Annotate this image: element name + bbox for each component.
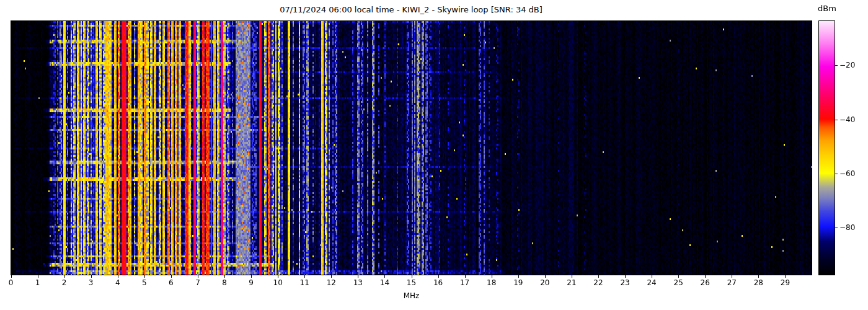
x-tick-label: 4 (115, 279, 120, 287)
x-tick-mark (732, 275, 732, 278)
waterfall-figure: 07/11/2024 06:00 local time - KIWI_2 - S… (0, 0, 868, 310)
x-tick-mark (758, 275, 759, 278)
x-tick-mark (678, 275, 679, 278)
x-tick-mark (518, 275, 519, 278)
x-tick-mark (572, 275, 572, 278)
x-tick-label: 3 (89, 279, 94, 287)
x-tick-mark (358, 275, 358, 278)
x-tick-mark (652, 275, 652, 278)
x-tick-label: 26 (701, 279, 710, 287)
x-tick-label: 1 (35, 279, 40, 287)
x-tick-mark (304, 275, 305, 278)
x-tick-label: 13 (353, 279, 363, 287)
x-tick-label: 12 (327, 279, 336, 287)
x-tick-mark (171, 275, 172, 278)
colorbar-label: dBm (808, 4, 846, 14)
colorbar-tick-label: −60 (839, 170, 855, 178)
x-tick-mark (384, 275, 385, 278)
waterfall-heatmap (11, 21, 812, 275)
chart-title: 07/11/2024 06:00 local time - KIWI_2 - S… (11, 5, 812, 15)
x-tick-mark (412, 275, 412, 278)
x-tick-mark (625, 275, 626, 278)
x-tick-mark (144, 275, 145, 278)
x-tick-label: 24 (647, 279, 656, 287)
x-tick-label: 28 (754, 279, 763, 287)
x-tick-mark (438, 275, 439, 278)
colorbar-tick-mark (835, 120, 838, 120)
x-tick-label: 22 (593, 279, 603, 287)
x-tick-mark (545, 275, 546, 278)
x-tick-label: 14 (380, 279, 389, 287)
x-tick-label: 11 (300, 279, 309, 287)
x-tick-label: 0 (9, 279, 14, 287)
x-tick-mark (38, 275, 38, 278)
x-tick-mark (224, 275, 225, 278)
x-tick-mark (278, 275, 278, 278)
x-tick-label: 8 (222, 279, 227, 287)
colorbar-tick-label: −40 (839, 115, 855, 123)
x-tick-label: 20 (540, 279, 549, 287)
colorbar (818, 20, 835, 275)
x-tick-mark (492, 275, 492, 278)
x-tick-mark (785, 275, 786, 278)
x-tick-label: 17 (460, 279, 469, 287)
x-tick-label: 23 (620, 279, 629, 287)
x-tick-label: 25 (674, 279, 683, 287)
x-tick-label: 7 (195, 279, 200, 287)
x-tick-mark (251, 275, 252, 278)
x-tick-label: 18 (487, 279, 496, 287)
x-tick-mark (91, 275, 92, 278)
x-tick-mark (118, 275, 118, 278)
x-tick-mark (465, 275, 466, 278)
colorbar-tick-label: −80 (839, 224, 855, 232)
plot-area (11, 20, 812, 275)
x-tick-label: 2 (62, 279, 67, 287)
x-tick-mark (198, 275, 198, 278)
colorbar-tick-label: −20 (839, 61, 855, 69)
x-tick-label: 5 (142, 279, 147, 287)
x-tick-mark (598, 275, 599, 278)
x-tick-mark (11, 275, 12, 278)
x-tick-label: 10 (273, 279, 283, 287)
x-tick-label: 21 (567, 279, 576, 287)
x-tick-label: 16 (433, 279, 443, 287)
colorbar-tick-mark (835, 174, 838, 174)
colorbar-tick-mark (835, 228, 838, 228)
x-tick-label: 15 (407, 279, 416, 287)
x-tick-label: 27 (727, 279, 737, 287)
x-tick-mark (331, 275, 332, 278)
colorbar-tick-mark (835, 65, 838, 66)
x-tick-label: 6 (169, 279, 174, 287)
x-tick-label: 19 (513, 279, 523, 287)
x-tick-mark (64, 275, 65, 278)
x-tick-label: 9 (249, 279, 254, 287)
x-tick-mark (705, 275, 706, 278)
x-tick-label: 29 (781, 279, 790, 287)
x-axis-label: MHz (11, 291, 812, 300)
